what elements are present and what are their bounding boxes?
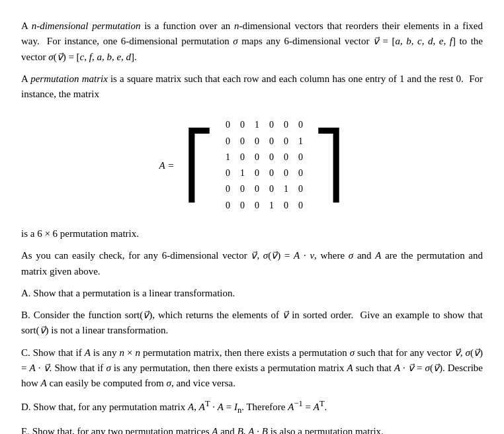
matrix-cell: 0: [252, 134, 261, 149]
matrix-cell: 0: [237, 150, 247, 165]
matrix-cell: 0: [281, 198, 290, 213]
matrix-cell: 0: [223, 134, 232, 149]
matrix-cell: 0: [223, 182, 232, 196]
matrix-cell: 0: [281, 134, 290, 149]
matrix-display: A = ⎡ 0010000000011000000100000000100001…: [21, 116, 483, 214]
part-e: E. Show that, for any two permutation ma…: [21, 424, 483, 434]
matrix-cell: 0: [252, 198, 261, 213]
matrix-cell: 0: [237, 182, 247, 196]
matrix-cell: 0: [267, 134, 276, 149]
matrix-cell: 0: [281, 166, 290, 181]
matrix-cell: 1: [281, 182, 290, 196]
matrix-cell: 0: [296, 150, 305, 165]
matrix-cell: 1: [267, 198, 276, 213]
main-content: A n-dimensional permutation is a functio…: [21, 19, 483, 434]
matrix-table: 001000000001100000010000000010000100: [218, 116, 310, 214]
matrix-cell: 0: [267, 182, 276, 196]
matrix-cell: 0: [281, 150, 290, 165]
part-d: D. Show that, for any permutation matrix…: [21, 398, 483, 417]
matrix-label: A =: [159, 158, 175, 173]
matrix-cell: 1: [237, 166, 247, 181]
matrix-cell: 1: [296, 134, 305, 149]
matrix-cell: 1: [223, 150, 232, 165]
matrix-cell: 0: [296, 118, 305, 132]
matrix-cell: 1: [252, 118, 261, 132]
part-b: B. Consider the function sort(v⃗), which…: [21, 308, 483, 339]
matrix-cell: 0: [296, 198, 305, 213]
matrix-cell: 0: [237, 134, 247, 149]
matrix-cell: 0: [296, 166, 305, 181]
matrix-cell: 0: [252, 166, 261, 181]
matrix-cell: 0: [296, 182, 305, 196]
matrix-cell: 0: [237, 118, 247, 132]
matrix-cell: 0: [223, 166, 232, 181]
matrix-cell: 0: [237, 198, 247, 213]
bracket-left: ⎡: [183, 134, 215, 197]
matrix-wrapper: ⎡ 001000000001100000010000000010000100 ⎤: [183, 116, 345, 214]
matrix-cell: 0: [223, 118, 232, 132]
part-a: A. Show that a permutation is a linear t…: [21, 286, 483, 301]
intro-paragraph-1: A n-dimensional permutation is a functio…: [21, 19, 483, 65]
matrix-cell: 0: [267, 166, 276, 181]
matrix-cell: 0: [223, 198, 232, 213]
after-matrix-text: is a 6 × 6 permutation matrix.: [21, 226, 483, 241]
matrix-cell: 0: [252, 182, 261, 196]
part-c: C. Show that if A is any n × n permutati…: [21, 345, 483, 392]
intro-paragraph-2: A permutation matrix is a square matrix …: [21, 71, 483, 103]
check-paragraph: As you can easily check, for any 6-dimen…: [21, 248, 483, 279]
matrix-cell: 0: [267, 150, 276, 165]
matrix-cell: 0: [281, 118, 290, 132]
matrix-cell: 0: [267, 118, 276, 132]
bracket-right: ⎤: [313, 134, 345, 197]
matrix-cell: 0: [252, 150, 261, 165]
